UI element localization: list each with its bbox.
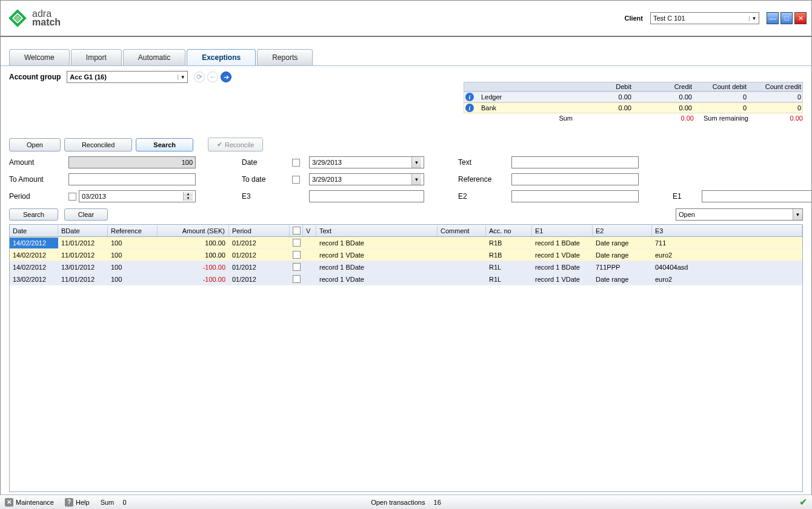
amount-input[interactable] — [68, 156, 196, 168]
sum-label: Sum — [479, 115, 573, 122]
to-amount-label: To Amount — [9, 175, 64, 184]
col-e3[interactable]: E3 — [652, 225, 802, 236]
maintenance-link[interactable]: ✕ Maintenance — [5, 498, 54, 507]
table-row[interactable]: 14/02/201213/01/2012100-100.0001/2012rec… — [10, 261, 802, 273]
tab-import[interactable]: Import — [71, 49, 122, 65]
bank-ccredit: 0 — [747, 104, 801, 111]
row-checkbox[interactable] — [293, 275, 301, 283]
period-value: 03/2013 — [82, 193, 106, 200]
period-checkbox[interactable] — [68, 193, 76, 201]
col-e1[interactable]: E1 — [532, 225, 593, 236]
filter-tabs: Open Reconciled Search ✔ Reconcile — [9, 138, 803, 151]
bank-cdebit: 0 — [692, 104, 747, 111]
spinner-icon[interactable]: ▲▼ — [183, 192, 193, 201]
client-select[interactable]: Test C 101 ▼ — [650, 12, 759, 24]
tab-exceptions[interactable]: Exceptions — [187, 49, 256, 65]
client-value: Test C 101 — [653, 15, 685, 22]
col-comment[interactable]: Comment — [438, 225, 486, 236]
maximize-button[interactable]: □ — [780, 12, 793, 24]
client-label: Client — [624, 15, 643, 22]
amount-label: Amount — [9, 158, 64, 167]
chevron-down-icon: ▼ — [178, 75, 187, 80]
sum-remaining-label: Sum remaining — [694, 115, 748, 122]
col-v[interactable]: V — [303, 225, 316, 236]
col-count-debit: Count debit — [692, 83, 747, 90]
header-checkbox[interactable] — [293, 227, 301, 235]
filter-tab-reconciled[interactable]: Reconciled — [64, 138, 132, 151]
reconcile-button[interactable]: ✔ Reconcile — [208, 138, 263, 151]
ledger-ccredit: 0 — [747, 93, 801, 101]
open-trans-label: Open transactions — [371, 499, 425, 506]
row-checkbox[interactable] — [293, 239, 301, 247]
to-amount-input[interactable] — [68, 173, 196, 185]
col-date[interactable]: Date — [10, 225, 58, 236]
chevron-down-icon: ▼ — [749, 16, 759, 21]
titlebar: adra match Client Test C 101 ▼ — □ ✕ — [1, 1, 811, 37]
text-label: Text — [458, 158, 507, 167]
info-icon[interactable]: i — [465, 104, 474, 112]
to-date-label: To date — [242, 175, 287, 184]
col-debit: Debit — [571, 83, 631, 90]
col-reference[interactable]: Reference — [108, 225, 158, 236]
tab-reports[interactable]: Reports — [257, 49, 313, 65]
e3-input[interactable] — [309, 190, 424, 202]
e3-label: E3 — [242, 192, 287, 201]
date-checkbox[interactable] — [292, 159, 300, 167]
col-text[interactable]: Text — [316, 225, 438, 236]
minimize-button[interactable]: — — [767, 12, 779, 24]
col-period[interactable]: Period — [229, 225, 290, 236]
date-combo[interactable]: 3/29/2013 ▼ — [309, 156, 424, 168]
sum-value: 0.00 — [633, 115, 694, 122]
row-checkbox[interactable] — [293, 251, 301, 259]
table-row[interactable]: 14/02/201211/01/2012100100.0001/2012reco… — [10, 249, 802, 261]
col-check[interactable] — [290, 225, 303, 236]
bank-credit: 0.00 — [631, 104, 692, 111]
ledger-credit: 0.00 — [631, 93, 692, 101]
col-bdate[interactable]: BDate — [58, 225, 108, 236]
close-button[interactable]: ✕ — [794, 12, 807, 24]
search-button[interactable]: Search — [9, 208, 58, 221]
view-value: Open — [679, 211, 695, 218]
wrench-icon: ✕ — [5, 498, 13, 507]
nav-back-icon[interactable]: ← — [207, 72, 218, 82]
help-link[interactable]: ? Help — [65, 498, 90, 507]
col-e2[interactable]: E2 — [593, 225, 652, 236]
col-credit: Credit — [631, 83, 692, 90]
ledger-name: Ledger — [481, 93, 571, 101]
bank-debit: 0.00 — [571, 104, 631, 111]
col-accno[interactable]: Acc. no — [486, 225, 532, 236]
nav-forward-icon[interactable] — [221, 72, 231, 82]
view-select[interactable]: Open ▼ — [676, 208, 803, 221]
help-label: Help — [76, 499, 90, 506]
table-row[interactable]: 14/02/201211/01/2012100100.0001/2012reco… — [10, 237, 802, 249]
e1-input[interactable] — [702, 190, 812, 202]
clear-button[interactable]: Clear — [64, 208, 108, 221]
ledger-cdebit: 0 — [692, 93, 747, 101]
info-icon[interactable]: i — [465, 93, 474, 101]
to-date-checkbox[interactable] — [292, 176, 300, 184]
filter-tab-open[interactable]: Open — [9, 138, 61, 151]
tab-welcome[interactable]: Welcome — [9, 49, 70, 65]
summary-bank-row: i Bank 0.00 0.00 0 0 — [464, 102, 803, 113]
summary-panel: Debit Credit Count debit Count credit i … — [464, 82, 803, 122]
table-row[interactable]: 13/02/201211/01/2012100-100.0001/2012rec… — [10, 273, 802, 285]
refresh-icon[interactable]: ⟳ — [194, 72, 205, 82]
to-date-combo[interactable]: 3/29/2013 ▼ — [309, 173, 424, 185]
e2-input[interactable] — [511, 190, 639, 202]
text-input[interactable] — [511, 156, 639, 168]
e1-label: E1 — [673, 192, 697, 201]
results-grid: Date BDate Reference Amount (SEK) Period… — [9, 224, 803, 492]
check-icon: ✔ — [217, 141, 222, 148]
period-label: Period — [9, 192, 64, 201]
row-checkbox[interactable] — [293, 263, 301, 271]
ledger-debit: 0.00 — [571, 93, 631, 101]
col-amount[interactable]: Amount (SEK) — [158, 225, 229, 236]
open-trans-value: 16 — [434, 499, 441, 506]
app-logo: adra match — [5, 6, 61, 30]
filter-tab-search[interactable]: Search — [136, 138, 193, 151]
reference-input[interactable] — [511, 173, 639, 185]
period-combo[interactable]: 03/2013 ▲▼ — [79, 190, 196, 202]
tab-automatic[interactable]: Automatic — [123, 49, 185, 65]
account-group-select[interactable]: Acc G1 (16) ▼ — [67, 71, 188, 83]
chevron-down-icon: ▼ — [793, 209, 802, 220]
